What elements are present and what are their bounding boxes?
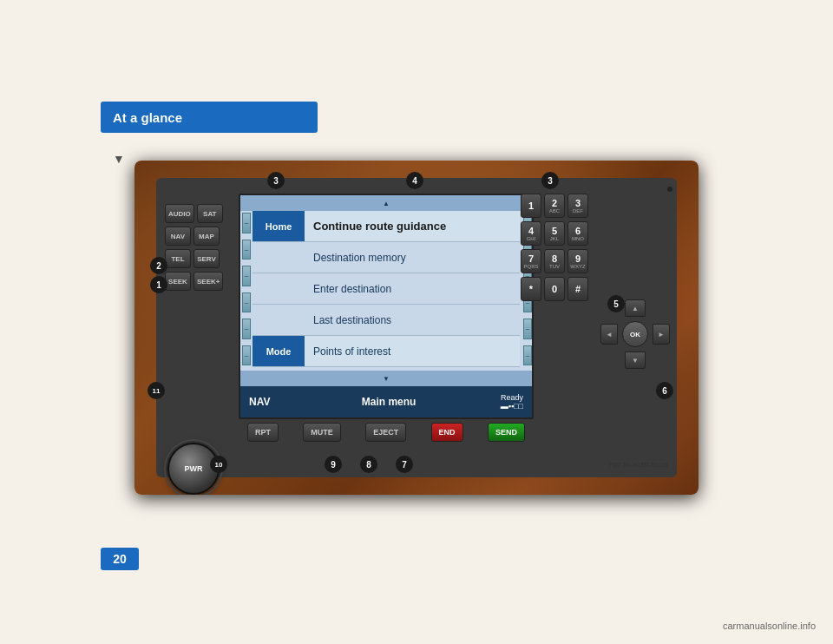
side-nav-btn-4[interactable]: – [242,292,251,313]
right-nav-btn-5[interactable]: – [523,319,532,339]
callout-8: 8 [360,456,377,473]
num-row-2: 4GHI 5JKL 6MNO [521,221,594,246]
scroll-up-button[interactable]: ▲ [240,195,532,211]
callout-2: 2 [150,257,167,274]
menu-item-home[interactable]: Home Continue route guidance [253,211,520,242]
dpad-left[interactable]: ◄ [600,324,618,345]
screen-menu: ▲ – – – – – – [240,195,532,417]
points-interest-text: Points of interest [305,345,390,358]
eject-button[interactable]: EJECT [365,423,406,442]
right-nav-btn-6[interactable]: – [523,345,532,366]
tel-button[interactable]: TEL [165,249,191,268]
seek-plus-button[interactable]: SEEK+ [193,272,223,291]
image-watermark: P87.86-4150-31US [609,461,669,469]
side-nav-btn-6[interactable]: – [242,345,251,366]
callout-3a: 3 [267,172,285,189]
menu-item-last-dest[interactable]: Last destinations [253,305,520,336]
menu-item-dest-memory[interactable]: Destination memory [253,242,520,273]
btn-row-3: TEL SERV [165,249,230,268]
enter-dest-text: Enter destination [305,283,391,295]
bottom-buttons-row: RPT MUTE EJECT END SEND [239,420,534,444]
home-label: Home [253,211,305,241]
key-0[interactable]: 0 [544,277,565,301]
callout-6: 6 [656,382,673,399]
site-watermark: carmanualsonline.info [723,621,816,631]
menu-list: – – – – – – – – – – [240,211,532,371]
scroll-down-button[interactable]: ▼ [240,371,532,386]
num-row-1: 1 2ABC 3DEF [521,194,594,218]
map-button[interactable]: MAP [193,227,220,246]
key-1[interactable]: 1 [521,194,541,218]
rpt-button[interactable]: RPT [247,423,279,442]
dest-memory-text: Destination memory [305,252,406,264]
mode-label: Mode [253,336,305,366]
dpad-right[interactable]: ► [653,324,670,345]
menu-item-enter-dest[interactable]: Enter destination [253,273,520,305]
nav-button[interactable]: NAV [165,227,191,246]
page-background: At a glance ▼ 20 AUDIO SAT NAV MAP TEL [0,0,833,644]
key-3[interactable]: 3DEF [567,194,588,218]
send-button[interactable]: SEND [488,423,525,442]
key-7[interactable]: 7PQRS [521,249,541,273]
callout-1: 1 [150,276,167,293]
callout-4: 4 [406,172,423,189]
side-nav-btn-3[interactable]: – [242,266,251,286]
key-9[interactable]: 9WXYZ [567,249,588,273]
header-title: At a glance [113,110,182,125]
btn-row-1: AUDIO SAT [165,204,230,223]
btn-row-2: NAV MAP [165,227,230,246]
last-dest-text: Last destinations [305,314,391,326]
callout-10: 10 [210,456,227,473]
menu-content: Home Continue route guidance Destination… [253,211,520,371]
sat-button[interactable]: SAT [197,204,223,223]
stereo-unit: AUDIO SAT NAV MAP TEL SERV SEEK SEEK+ [134,161,699,495]
audio-button[interactable]: AUDIO [165,204,194,223]
btn-row-4: SEEK SEEK+ [165,272,230,291]
key-8[interactable]: 8TUV [544,249,565,273]
dpad-down[interactable]: ▼ [625,352,646,369]
bullet-arrow: ▼ [113,152,125,166]
callout-3b: 3 [541,172,559,189]
dpad-up[interactable]: ▲ [625,299,646,317]
end-button[interactable]: END [431,423,463,442]
key-2[interactable]: 2ABC [544,194,565,218]
left-button-cluster: AUDIO SAT NAV MAP TEL SERV SEEK SEEK+ [165,204,230,378]
key-5[interactable]: 5JKL [544,221,565,246]
mute-button[interactable]: MUTE [303,423,341,442]
side-nav-btn-1[interactable]: – [242,213,251,233]
serv-button[interactable]: SERV [193,249,220,268]
screen-area: ▲ – – – – – – [239,194,534,419]
stereo-body: AUDIO SAT NAV MAP TEL SERV SEEK SEEK+ [156,178,677,477]
menu-item-mode[interactable]: Mode Points of interest [253,336,520,367]
continue-route-text: Continue route guidance [305,220,446,233]
ok-button[interactable]: OK [622,321,648,347]
callout-7: 7 [396,456,413,473]
side-nav-btn-2[interactable]: – [242,240,251,260]
key-hash[interactable]: # [567,277,588,301]
num-row-4: * 0 # [521,277,594,301]
status-nav: NAV [249,396,270,408]
numpad: 1 2ABC 3DEF 4GHI 5JKL 6MNO 7PQRS 8TUV 9W… [521,194,594,305]
side-nav-btn-5[interactable]: – [242,319,251,339]
key-6[interactable]: 6MNO [567,221,588,246]
callout-11: 11 [148,382,165,399]
camera-indicator [667,187,672,192]
callout-9: 9 [325,456,342,473]
seek-button[interactable]: SEEK [165,272,191,291]
status-ready: Ready▬▪▪□□ [501,393,523,411]
num-row-3: 7PQRS 8TUV 9WXYZ [521,249,594,273]
status-bar: NAV Main menu Ready▬▪▪□□ [240,386,532,417]
page-number: 20 [101,548,139,570]
header-bar: At a glance [101,102,318,133]
status-main: Main menu [277,396,500,408]
key-4[interactable]: 4GHI [521,221,541,246]
callout-5: 5 [607,295,625,312]
left-side-nav: – – – – – – [240,211,251,371]
key-star[interactable]: * [521,277,541,301]
